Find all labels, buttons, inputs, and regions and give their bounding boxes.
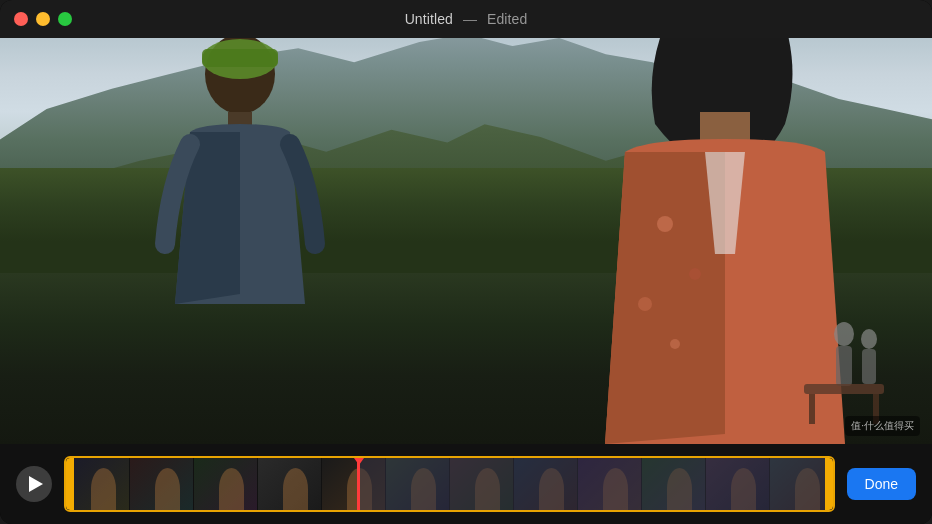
minimize-button[interactable] <box>36 12 50 26</box>
trim-handle-right[interactable] <box>825 458 833 510</box>
svg-point-12 <box>670 339 680 349</box>
window-title: Untitled — Edited <box>405 11 528 27</box>
svg-point-9 <box>657 216 673 232</box>
film-frame <box>130 458 193 510</box>
film-frame <box>258 458 321 510</box>
filmstrip-container[interactable] <box>64 456 835 512</box>
app-window: Untitled — Edited <box>0 0 932 524</box>
title-text: Untitled <box>405 11 453 27</box>
title-separator: — <box>463 11 477 27</box>
background-people <box>784 304 904 424</box>
svg-point-11 <box>638 297 652 311</box>
svg-point-13 <box>834 322 854 346</box>
maximize-button[interactable] <box>58 12 72 26</box>
svg-rect-2 <box>202 49 278 67</box>
title-bar: Untitled — Edited <box>0 0 932 38</box>
watermark: 值·什么值得买 <box>845 416 920 436</box>
film-frame <box>194 458 257 510</box>
film-frame <box>66 458 129 510</box>
edited-label: Edited <box>487 11 527 27</box>
playhead[interactable] <box>357 458 360 510</box>
control-bar: Done <box>0 444 932 524</box>
done-button[interactable]: Done <box>847 468 916 500</box>
video-area <box>0 38 932 444</box>
selected-region <box>357 458 832 510</box>
play-button[interactable] <box>16 466 52 502</box>
close-button[interactable] <box>14 12 28 26</box>
svg-point-10 <box>689 268 701 280</box>
play-icon <box>29 476 43 492</box>
trim-handle-left[interactable] <box>66 458 74 510</box>
svg-rect-17 <box>804 384 884 394</box>
svg-rect-18 <box>809 394 815 424</box>
svg-point-15 <box>861 329 877 349</box>
svg-rect-16 <box>862 349 876 384</box>
window-controls <box>14 12 72 26</box>
person-background <box>140 119 340 424</box>
svg-rect-14 <box>836 346 852 386</box>
